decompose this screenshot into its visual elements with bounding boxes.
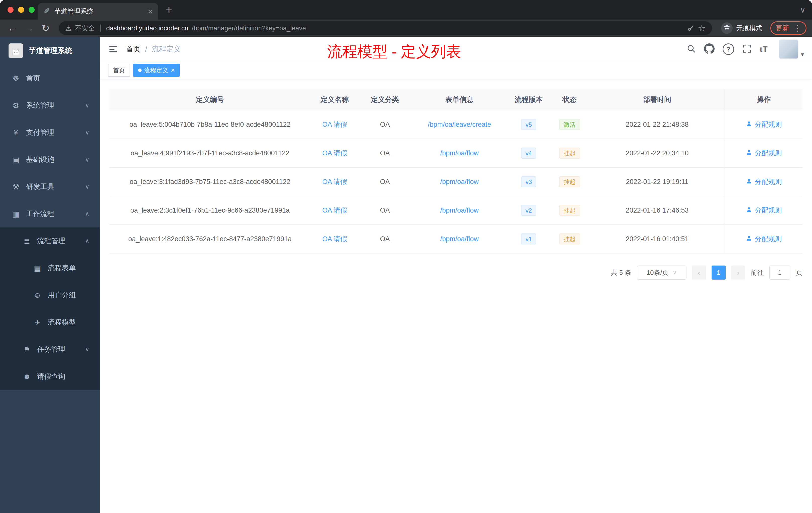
omnibox-divider bbox=[100, 25, 101, 32]
forward-icon[interactable]: → bbox=[22, 21, 36, 35]
tab-close-icon[interactable]: × bbox=[148, 7, 153, 16]
font-size-icon[interactable]: tT bbox=[760, 45, 768, 54]
breadcrumb-home[interactable]: 首页 bbox=[126, 44, 141, 54]
assign-rule-link[interactable]: 分配规则 bbox=[746, 206, 782, 215]
sidebar: 芋道管理系统 ☸ 首页 ⚙ 系统管理 ∨ ¥ 支付管理 ∨ ▣ 基础设施 ∨ ⚒… bbox=[0, 37, 100, 513]
url-path: /bpm/manager/definition?key=oa_leave bbox=[192, 24, 306, 32]
assign-rule-link[interactable]: 分配规则 bbox=[746, 120, 782, 129]
user-icon bbox=[746, 235, 752, 243]
table-row: oa_leave:4:991f2193-7b7f-11ec-a3c8-acde4… bbox=[110, 139, 803, 168]
form-link[interactable]: /bpm/oa/flow bbox=[440, 235, 478, 243]
not-secure-warning-icon: ⚠ bbox=[65, 24, 71, 32]
password-key-icon[interactable] bbox=[687, 24, 695, 32]
deploy-time: 2022-01-16 01:40:51 bbox=[590, 224, 725, 253]
definition-name-link[interactable]: OA 请假 bbox=[322, 207, 347, 214]
window-minimize-button[interactable] bbox=[18, 7, 24, 13]
prev-page-button[interactable]: ‹ bbox=[692, 266, 706, 280]
assign-rule-link[interactable]: 分配规则 bbox=[746, 177, 782, 186]
window-zoom-button[interactable] bbox=[29, 7, 35, 13]
status-tag: 激活 bbox=[559, 119, 580, 130]
sidebar-item-dev[interactable]: ⚒ 研发工具 ∨ bbox=[0, 173, 100, 200]
form-link[interactable]: /bpm/oa/flow bbox=[440, 207, 478, 214]
chevron-down-icon: ∨ bbox=[85, 102, 89, 109]
goto-label: 前往 bbox=[751, 268, 764, 277]
user-icon bbox=[746, 206, 752, 215]
deploy-time: 2022-01-16 17:46:53 bbox=[590, 196, 725, 224]
incognito-icon bbox=[721, 22, 733, 34]
form-link[interactable]: /bpm/oa/flow bbox=[440, 178, 478, 185]
sidebar-item-person[interactable]: ☻ 请假查询 bbox=[0, 363, 100, 390]
definition-table-body: oa_leave:5:004b710b-7b8a-11ec-8ef0-acde4… bbox=[110, 110, 803, 253]
fullscreen-icon[interactable] bbox=[742, 44, 752, 55]
back-icon[interactable]: ← bbox=[5, 21, 20, 35]
sidebar-item-infra[interactable]: ▣ 基础设施 ∨ bbox=[0, 146, 100, 173]
users-icon: ☺ bbox=[32, 291, 43, 299]
form-link[interactable]: /bpm/oa/flow bbox=[440, 149, 478, 157]
deploy-time: 2022-01-22 20:34:10 bbox=[590, 139, 725, 168]
definition-name-link[interactable]: OA 请假 bbox=[322, 121, 347, 128]
version-tag: v2 bbox=[521, 205, 536, 216]
sidebar-item-users[interactable]: ☺ 用户分组 bbox=[0, 281, 100, 309]
github-icon[interactable] bbox=[704, 43, 715, 55]
definition-name-link[interactable]: OA 请假 bbox=[322, 235, 347, 243]
assign-rule-link[interactable]: 分配规则 bbox=[746, 149, 782, 158]
hamburger-menu-icon[interactable] bbox=[108, 44, 118, 55]
tab-search-chevron-icon[interactable]: ∨ bbox=[800, 5, 806, 14]
app-title: 芋道管理系统 bbox=[29, 46, 72, 56]
col-definition-name: 定义名称 bbox=[310, 89, 359, 110]
next-page-button[interactable]: › bbox=[731, 266, 745, 280]
col-deploy-time: 部署时间 bbox=[590, 89, 725, 110]
sidebar-item-form[interactable]: ▤ 流程表单 bbox=[0, 254, 100, 281]
table-row: oa_leave:5:004b710b-7b8a-11ec-8ef0-acde4… bbox=[110, 110, 803, 139]
chevron-up-icon: ∧ bbox=[85, 210, 89, 217]
sidebar-item-label: 任务管理 bbox=[37, 344, 100, 354]
address-bar[interactable]: ⚠ 不安全 dashboard.yudao.iocoder.cn/bpm/man… bbox=[59, 21, 712, 35]
current-page-button[interactable]: 1 bbox=[712, 266, 726, 280]
status-tag: 挂起 bbox=[559, 233, 580, 244]
browser-menu-kebab-icon[interactable]: ⋮ bbox=[793, 24, 801, 32]
sidebar-item-label: 请假查询 bbox=[37, 372, 100, 381]
chrome-update-chip[interactable]: 更新 ⋮ bbox=[770, 21, 807, 35]
content-area: 首页 / 流程定义 流程模型 - 定义列表 ? tT ▾ 首页 bbox=[100, 37, 812, 513]
sidebar-item-pay[interactable]: ¥ 支付管理 ∨ bbox=[0, 119, 100, 146]
window-close-button[interactable] bbox=[7, 7, 13, 13]
bookmark-star-icon[interactable]: ☆ bbox=[698, 23, 705, 33]
browser-tab[interactable]: 芋道管理系统 × bbox=[38, 3, 158, 20]
definition-id: oa_leave:5:004b710b-7b8a-11ec-8ef0-acde4… bbox=[110, 110, 310, 139]
help-icon[interactable]: ? bbox=[723, 43, 734, 55]
sidebar-item-system[interactable]: ⚙ 系统管理 ∨ bbox=[0, 92, 100, 119]
new-tab-button[interactable]: + bbox=[166, 3, 172, 16]
search-icon[interactable] bbox=[687, 44, 696, 55]
goto-page-input[interactable] bbox=[769, 266, 790, 280]
sidebar-item-home[interactable]: ☸ 首页 bbox=[0, 65, 100, 92]
user-menu[interactable]: ▾ bbox=[779, 39, 804, 59]
page-size-select[interactable]: 10条/页 ∨ bbox=[637, 266, 687, 280]
system-icon: ⚙ bbox=[10, 101, 22, 110]
sidebar-header: 芋道管理系统 bbox=[0, 37, 100, 65]
tag-close-icon[interactable]: × bbox=[171, 67, 175, 74]
status-tag: 挂起 bbox=[559, 205, 580, 216]
tag-home[interactable]: 首页 bbox=[108, 64, 130, 77]
tag-process-definition[interactable]: 流程定义 × bbox=[133, 64, 180, 77]
form-link[interactable]: /bpm/oa/leave/create bbox=[428, 121, 491, 128]
reload-icon[interactable]: ↻ bbox=[39, 21, 53, 35]
select-caret-down-icon: ∨ bbox=[673, 269, 677, 276]
breadcrumb: 首页 / 流程定义 bbox=[126, 44, 181, 54]
sidebar-item-model[interactable]: ✈ 流程模型 bbox=[0, 309, 100, 336]
page-size-value: 10条/页 bbox=[646, 268, 669, 277]
definition-name-link[interactable]: OA 请假 bbox=[322, 149, 347, 157]
sidebar-item-task[interactable]: ⚑ 任务管理 ∨ bbox=[0, 336, 100, 363]
breadcrumb-separator: / bbox=[145, 45, 147, 54]
process-icon: ≣ bbox=[21, 237, 33, 245]
user-avatar[interactable] bbox=[779, 39, 799, 59]
sidebar-item-workflow[interactable]: ▥ 工作流程 ∧ bbox=[0, 200, 100, 228]
table-row: oa_leave:2:3c1f0ef1-76b1-11ec-9c66-a2380… bbox=[110, 196, 803, 224]
definition-name-link[interactable]: OA 请假 bbox=[322, 178, 347, 185]
tag-process-definition-label: 流程定义 bbox=[144, 66, 168, 74]
update-label: 更新 bbox=[776, 24, 789, 33]
sidebar-item-label: 流程管理 bbox=[37, 236, 100, 246]
sidebar-item-process[interactable]: ≣ 流程管理 ∧ bbox=[0, 228, 100, 254]
assign-rule-link[interactable]: 分配规则 bbox=[746, 234, 782, 243]
col-definition-category: 定义分类 bbox=[359, 89, 411, 110]
content-topbar: 首页 / 流程定义 流程模型 - 定义列表 ? tT ▾ bbox=[100, 37, 812, 62]
